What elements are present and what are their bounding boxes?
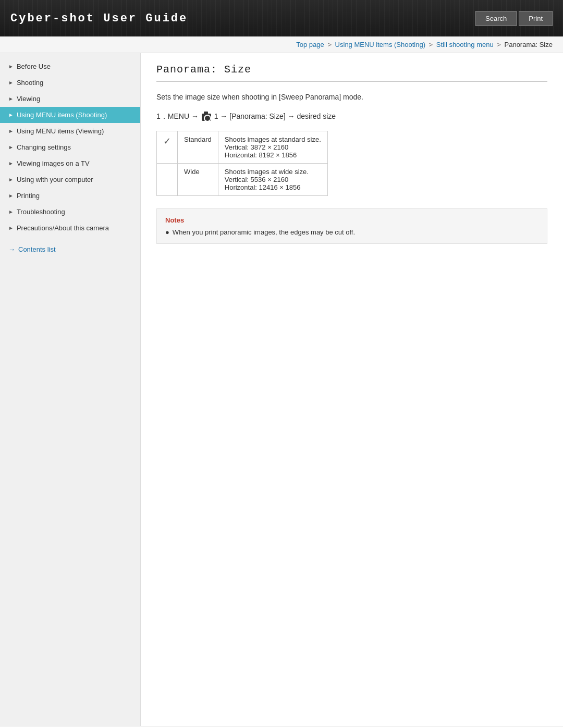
breadcrumb-top-page[interactable]: Top page [296, 41, 324, 48]
sidebar: ► Before Use ► Shooting ► Viewing ► Usin… [0, 53, 141, 726]
sidebar-item-label: Using with your computer [17, 176, 93, 183]
sidebar-item-using-menu-viewing[interactable]: ► Using MENU items (Viewing) [0, 123, 140, 139]
print-button[interactable]: Print [519, 11, 553, 26]
arrow-icon: ► [8, 112, 14, 118]
breadcrumb-sep3: > [495, 41, 503, 48]
camera-icon [202, 114, 211, 121]
sidebar-item-precautions[interactable]: ► Precautions/About this camera [0, 220, 140, 236]
breadcrumb-using-menu[interactable]: Using MENU items (Shooting) [335, 41, 425, 48]
table-row: ✓ Standard Shoots images at standard siz… [157, 131, 328, 164]
sidebar-item-label: Troubleshooting [17, 208, 65, 216]
content-instruction: 1．MENU → 1 → [Panorama: Size] → desired … [156, 112, 547, 121]
breadcrumb-still-shooting[interactable]: Still shooting menu [436, 41, 494, 48]
bullet-icon: ● [165, 228, 169, 236]
sidebar-item-changing-settings[interactable]: ► Changing settings [0, 139, 140, 155]
contents-list-link[interactable]: → Contents list [0, 241, 140, 257]
sidebar-item-label: Printing [17, 192, 40, 200]
page-title: Panorama: Size [156, 64, 547, 82]
notes-section: Notes ● When you print panoramic images,… [156, 208, 547, 244]
option-standard-description: Shoots images at standard size. Vertical… [218, 131, 327, 164]
sidebar-item-troubleshooting[interactable]: ► Troubleshooting [0, 204, 140, 220]
checkmark-cell: ✓ [157, 131, 178, 164]
instruction-text-after: 1 → [Panorama: Size] → desired size [212, 112, 336, 120]
breadcrumb-sep1: > [326, 41, 334, 48]
arrow-icon: ► [8, 209, 14, 215]
sidebar-item-label: Before Use [17, 63, 51, 70]
sidebar-item-label: Using MENU items (Viewing) [17, 127, 104, 135]
sidebar-item-label: Precautions/About this camera [17, 224, 109, 232]
sidebar-item-viewing-on-tv[interactable]: ► Viewing images on a TV [0, 155, 140, 171]
sidebar-item-before-use[interactable]: ► Before Use [0, 58, 140, 75]
sidebar-item-viewing[interactable]: ► Viewing [0, 91, 140, 107]
empty-check-cell [157, 164, 178, 196]
header-buttons: Search Print [475, 11, 553, 26]
sidebar-item-printing[interactable]: ► Printing [0, 188, 140, 204]
page-header: Cyber-shot User Guide Search Print [0, 0, 563, 36]
search-button[interactable]: Search [475, 11, 517, 26]
contents-link-label: Contents list [18, 245, 56, 253]
sidebar-item-label: Viewing images on a TV [17, 159, 90, 167]
sidebar-item-using-menu-shooting[interactable]: ► Using MENU items (Shooting) [0, 107, 140, 123]
arrow-right-icon: → [8, 245, 15, 253]
site-title: Cyber-shot User Guide [10, 12, 188, 25]
settings-table: ✓ Standard Shoots images at standard siz… [156, 131, 328, 196]
sidebar-item-label: Shooting [17, 79, 43, 87]
content-description: Sets the image size when shooting in [Sw… [156, 91, 547, 103]
arrow-icon: ► [8, 64, 14, 69]
sidebar-item-using-with-computer[interactable]: ► Using with your computer [0, 171, 140, 188]
breadcrumb-current: Panorama: Size [505, 41, 553, 48]
instruction-text-before: 1．MENU → [156, 112, 201, 120]
back-to-top-bar: ▲ Back to top [0, 726, 563, 728]
arrow-icon: ► [8, 144, 14, 150]
notes-text: When you print panoramic images, the edg… [173, 228, 355, 236]
notes-item: ● When you print panoramic images, the e… [165, 228, 538, 236]
sidebar-item-label: Viewing [17, 95, 40, 103]
arrow-icon: ► [8, 128, 14, 134]
option-wide: Wide [178, 164, 218, 196]
option-wide-description: Shoots images at wide size. Vertical: 55… [218, 164, 327, 196]
arrow-icon: ► [8, 225, 14, 231]
breadcrumb-sep2: > [427, 41, 435, 48]
main-layout: ► Before Use ► Shooting ► Viewing ► Usin… [0, 53, 563, 726]
main-content: Panorama: Size Sets the image size when … [141, 53, 563, 726]
notes-title: Notes [165, 216, 538, 224]
arrow-icon: ► [8, 177, 14, 182]
arrow-icon: ► [8, 80, 14, 85]
arrow-icon: ► [8, 193, 14, 199]
sidebar-item-label: Changing settings [17, 143, 71, 151]
table-row: Wide Shoots images at wide size. Vertica… [157, 164, 328, 196]
sidebar-item-shooting[interactable]: ► Shooting [0, 75, 140, 91]
option-standard: Standard [178, 131, 218, 164]
breadcrumb: Top page > Using MENU items (Shooting) >… [0, 36, 563, 53]
arrow-icon: ► [8, 161, 14, 166]
arrow-icon: ► [8, 96, 14, 102]
sidebar-item-label: Using MENU items (Shooting) [17, 111, 107, 119]
